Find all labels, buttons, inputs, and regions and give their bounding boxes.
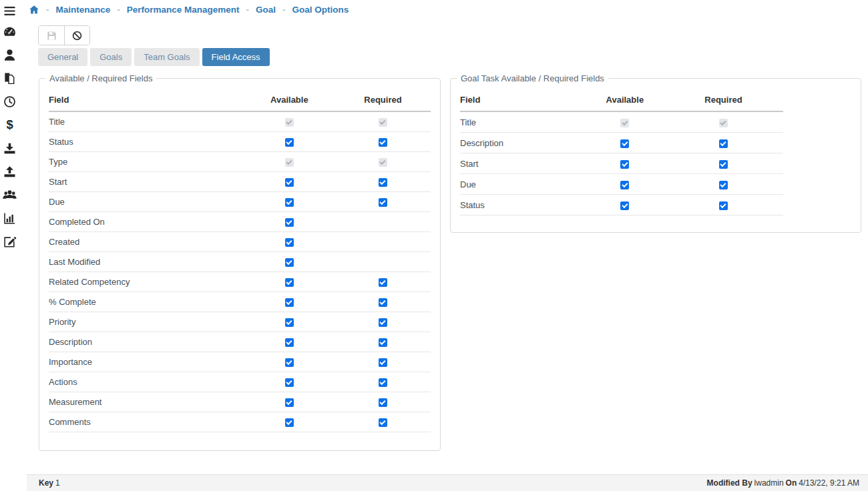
required-checkbox[interactable] <box>719 139 728 148</box>
required-checkbox[interactable] <box>379 378 387 387</box>
breadcrumb-link-goal[interactable]: Goal <box>256 5 276 15</box>
clock-icon[interactable] <box>0 90 27 113</box>
download-icon[interactable] <box>0 137 27 160</box>
required-checkbox[interactable] <box>379 358 387 367</box>
ban-icon <box>71 30 83 41</box>
required-cell <box>335 132 431 152</box>
footer-bar: Key1 Modified BylwadminOn4/13/22, 9:21 A… <box>27 474 868 491</box>
field-label: Start <box>49 172 244 192</box>
cancel-button[interactable] <box>64 26 89 45</box>
required-checkbox[interactable] <box>379 418 387 427</box>
field-row-related-competency: Related Competency <box>49 272 431 292</box>
required-cell <box>335 212 431 232</box>
available-cell <box>244 212 335 232</box>
field-label: Due <box>460 174 586 195</box>
currency-icon[interactable]: $ <box>0 113 27 137</box>
available-checkbox[interactable] <box>285 218 294 227</box>
available-checkbox[interactable] <box>285 278 294 287</box>
available-cell <box>586 133 664 153</box>
available-checkbox[interactable] <box>285 398 294 407</box>
menu-icon[interactable] <box>0 0 27 20</box>
required-cell <box>335 232 431 252</box>
available-checkbox[interactable] <box>620 201 629 210</box>
required-checkbox[interactable] <box>719 181 728 189</box>
required-checkbox <box>379 118 387 127</box>
available-checkbox[interactable] <box>285 338 294 347</box>
save-button[interactable] <box>39 26 64 45</box>
required-checkbox[interactable] <box>379 398 387 407</box>
available-checkbox[interactable] <box>620 181 629 189</box>
required-checkbox[interactable] <box>379 178 387 187</box>
available-cell <box>244 172 335 192</box>
available-checkbox[interactable] <box>620 139 629 148</box>
field-row-status: Status <box>460 195 783 215</box>
breadcrumb-link-maintenance[interactable]: Maintenance <box>56 5 111 15</box>
modified-by-label: Modified By <box>707 478 752 488</box>
floppy-disk-icon <box>46 30 57 41</box>
available-cell <box>244 332 335 352</box>
available-checkbox[interactable] <box>285 418 294 427</box>
on-label: On <box>786 478 797 488</box>
required-checkbox[interactable] <box>719 160 728 169</box>
available-checkbox[interactable] <box>285 258 294 267</box>
field-label: Status <box>460 195 586 215</box>
upload-icon[interactable] <box>0 160 27 183</box>
available-checkbox[interactable] <box>285 238 294 247</box>
chart-icon[interactable] <box>0 207 27 230</box>
field-row-importance: Importance <box>49 352 431 372</box>
field-label: Title <box>460 111 586 133</box>
available-cell <box>244 252 335 272</box>
field-row-title: Title <box>460 111 783 133</box>
tab-goals[interactable]: Goals <box>90 48 132 66</box>
required-cell <box>335 172 431 192</box>
field-row-comments: Comments <box>49 412 431 432</box>
tab-field-access[interactable]: Field Access <box>202 48 270 66</box>
documents-icon[interactable] <box>0 67 27 90</box>
breadcrumb-separator: - <box>246 5 250 15</box>
home-icon[interactable] <box>29 5 39 15</box>
edit-icon[interactable] <box>0 230 27 254</box>
available-checkbox[interactable] <box>285 298 294 307</box>
available-checkbox[interactable] <box>620 160 629 169</box>
column-header-available: Available <box>244 95 335 111</box>
available-cell <box>244 372 335 392</box>
available-checkbox[interactable] <box>285 198 294 207</box>
required-cell <box>664 174 783 195</box>
field-label: Title <box>49 111 244 132</box>
field-row-completed-on: Completed On <box>49 212 431 232</box>
available-checkbox[interactable] <box>285 138 294 147</box>
required-checkbox[interactable] <box>379 198 387 207</box>
breadcrumb-link-goal-options[interactable]: Goal Options <box>292 5 349 15</box>
dashboard-icon[interactable] <box>0 20 27 43</box>
header-row: FieldAvailableRequired <box>460 95 783 111</box>
modified-user: lwadmin <box>754 478 784 488</box>
breadcrumb-link-performance-management[interactable]: Performance Management <box>127 5 240 15</box>
required-cell <box>335 192 431 212</box>
required-checkbox[interactable] <box>379 278 387 287</box>
field-row-start: Start <box>49 172 431 192</box>
available-checkbox[interactable] <box>285 318 294 327</box>
tab-general[interactable]: General <box>38 48 87 66</box>
tab-team-goals[interactable]: Team Goals <box>134 48 199 66</box>
required-checkbox[interactable] <box>379 318 387 327</box>
field-row-measurement: Measurement <box>49 392 431 412</box>
required-checkbox[interactable] <box>379 338 387 347</box>
field-label: Importance <box>49 352 244 372</box>
team-icon[interactable] <box>0 183 27 207</box>
required-checkbox[interactable] <box>719 201 728 210</box>
required-checkbox[interactable] <box>379 138 387 147</box>
available-checkbox[interactable] <box>285 178 294 187</box>
field-row-created: Created <box>49 232 431 252</box>
toolbar <box>38 25 90 45</box>
required-cell <box>335 252 431 272</box>
available-cell <box>244 312 335 332</box>
field-label: % Complete <box>49 292 244 312</box>
main-content: -Maintenance-Performance Management-Goal… <box>27 0 868 491</box>
available-checkbox[interactable] <box>285 378 294 387</box>
user-icon[interactable] <box>0 43 27 67</box>
required-cell <box>664 153 783 174</box>
required-checkbox[interactable] <box>379 298 387 307</box>
field-row-complete: % Complete <box>49 292 431 312</box>
available-checkbox[interactable] <box>285 358 294 367</box>
required-cell <box>664 111 783 133</box>
